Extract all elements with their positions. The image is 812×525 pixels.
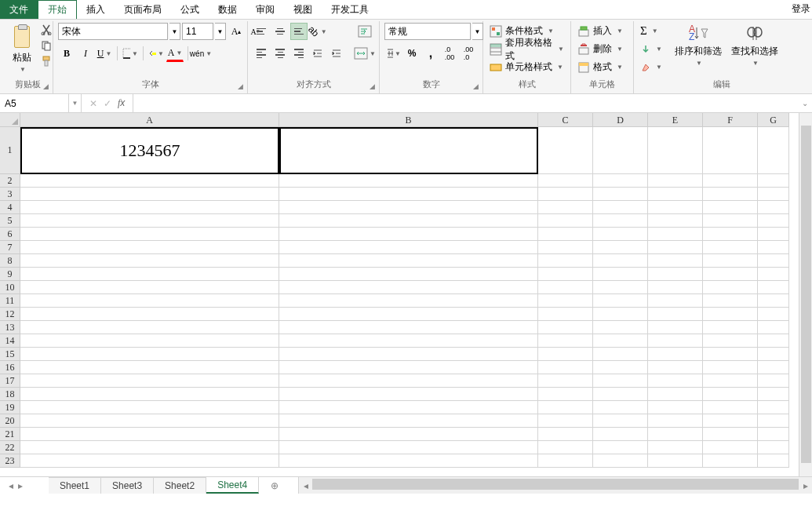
cell[interactable] bbox=[538, 241, 593, 254]
cell[interactable] bbox=[279, 281, 538, 294]
cell[interactable] bbox=[279, 348, 538, 361]
column-header[interactable]: A bbox=[20, 113, 279, 127]
cell[interactable] bbox=[703, 228, 758, 241]
cell[interactable] bbox=[20, 281, 279, 294]
cell[interactable] bbox=[279, 294, 538, 308]
menu-file[interactable]: 文件 bbox=[0, 0, 38, 19]
number-format-select[interactable]: 常规 bbox=[384, 23, 471, 40]
row-header[interactable]: 6 bbox=[0, 228, 20, 241]
cell[interactable] bbox=[703, 414, 758, 428]
cell[interactable] bbox=[20, 254, 279, 268]
cell[interactable] bbox=[703, 388, 758, 401]
cell[interactable] bbox=[758, 127, 789, 174]
column-header[interactable]: G bbox=[758, 113, 789, 127]
cell[interactable] bbox=[538, 401, 593, 414]
cell[interactable] bbox=[538, 414, 593, 428]
clipboard-expand-icon[interactable]: ◢ bbox=[41, 82, 50, 91]
cell[interactable] bbox=[758, 401, 789, 414]
cell[interactable] bbox=[279, 414, 538, 428]
cell[interactable] bbox=[758, 214, 789, 228]
orientation-button[interactable]: ab▼ bbox=[309, 23, 326, 40]
cell[interactable] bbox=[593, 294, 648, 308]
border-button[interactable]: ▼ bbox=[122, 45, 139, 62]
chevron-down-icon[interactable]: ▼ bbox=[169, 23, 180, 40]
cell[interactable] bbox=[593, 254, 648, 268]
cell[interactable] bbox=[758, 228, 789, 241]
cell[interactable] bbox=[279, 454, 538, 468]
cell[interactable] bbox=[703, 127, 758, 174]
indent-decrease-button[interactable] bbox=[309, 45, 326, 62]
fill-button[interactable]: ▼ bbox=[639, 41, 664, 57]
row-header[interactable]: 20 bbox=[0, 414, 20, 428]
merge-center-button[interactable]: ▼ bbox=[353, 45, 377, 62]
cell[interactable] bbox=[648, 174, 703, 188]
cell[interactable] bbox=[593, 428, 648, 441]
cell[interactable] bbox=[648, 294, 703, 308]
cell[interactable] bbox=[648, 388, 703, 401]
cell[interactable] bbox=[593, 454, 648, 468]
cell[interactable] bbox=[20, 268, 279, 281]
cell[interactable] bbox=[538, 308, 593, 321]
paste-button[interactable]: 粘贴 ▼ bbox=[8, 23, 36, 75]
cell[interactable] bbox=[538, 188, 593, 201]
cell[interactable] bbox=[648, 361, 703, 374]
cell[interactable] bbox=[20, 374, 279, 388]
cell[interactable] bbox=[279, 334, 538, 348]
align-center-button[interactable] bbox=[271, 45, 289, 62]
row-header[interactable]: 7 bbox=[0, 241, 20, 254]
menu-review[interactable]: 审阅 bbox=[246, 0, 284, 19]
menu-view[interactable]: 视图 bbox=[284, 0, 322, 19]
sheet-tab[interactable]: Sheet1 bbox=[49, 477, 101, 494]
cell[interactable] bbox=[593, 414, 648, 428]
row-header[interactable]: 3 bbox=[0, 188, 20, 201]
vertical-scrollbar[interactable] bbox=[799, 113, 812, 476]
number-expand-icon[interactable]: ◢ bbox=[471, 82, 480, 91]
menu-developer[interactable]: 开发工具 bbox=[322, 0, 378, 19]
cell[interactable] bbox=[279, 268, 538, 281]
cut-button[interactable] bbox=[39, 23, 53, 37]
cell[interactable] bbox=[648, 201, 703, 214]
row-header[interactable]: 23 bbox=[0, 454, 20, 468]
cell[interactable] bbox=[538, 281, 593, 294]
cell[interactable] bbox=[20, 361, 279, 374]
cell[interactable] bbox=[703, 214, 758, 228]
cell[interactable] bbox=[648, 374, 703, 388]
cell[interactable] bbox=[593, 441, 648, 454]
cell[interactable] bbox=[703, 428, 758, 441]
cell[interactable] bbox=[538, 254, 593, 268]
chevron-down-icon[interactable]: ▼ bbox=[215, 23, 226, 40]
alignment-expand-icon[interactable]: ◢ bbox=[367, 82, 377, 91]
row-header[interactable]: 10 bbox=[0, 281, 20, 294]
wrap-text-button[interactable] bbox=[353, 23, 377, 40]
cell[interactable] bbox=[703, 401, 758, 414]
cell[interactable] bbox=[758, 414, 789, 428]
cell[interactable] bbox=[279, 214, 538, 228]
menu-page-layout[interactable]: 页面布局 bbox=[115, 0, 171, 19]
phonetic-button[interactable]: wén▼ bbox=[192, 45, 209, 62]
cell[interactable] bbox=[703, 201, 758, 214]
cell[interactable] bbox=[20, 454, 279, 468]
italic-button[interactable]: I bbox=[77, 45, 94, 62]
find-select-button[interactable]: 查找和选择 ▼ bbox=[728, 23, 781, 68]
cell[interactable] bbox=[648, 127, 703, 174]
chevron-down-icon[interactable]: ▼ bbox=[472, 23, 483, 40]
cell[interactable] bbox=[758, 374, 789, 388]
insert-cells-button[interactable]: 插入▼ bbox=[576, 23, 624, 39]
cell[interactable] bbox=[20, 214, 279, 228]
cell[interactable] bbox=[20, 428, 279, 441]
row-header[interactable]: 14 bbox=[0, 334, 20, 348]
percent-button[interactable]: % bbox=[403, 45, 421, 62]
column-header[interactable]: D bbox=[593, 113, 648, 127]
cell[interactable] bbox=[703, 188, 758, 201]
cell[interactable] bbox=[703, 294, 758, 308]
cell[interactable] bbox=[593, 321, 648, 334]
cell[interactable] bbox=[20, 188, 279, 201]
row-header[interactable]: 9 bbox=[0, 268, 20, 281]
copy-button[interactable] bbox=[39, 38, 53, 53]
chevron-down-icon[interactable]: ▼ bbox=[20, 66, 26, 73]
clear-button[interactable]: ▼ bbox=[639, 59, 664, 75]
cell[interactable] bbox=[703, 454, 758, 468]
cell[interactable] bbox=[279, 308, 538, 321]
row-header[interactable]: 19 bbox=[0, 401, 20, 414]
cell[interactable] bbox=[538, 428, 593, 441]
